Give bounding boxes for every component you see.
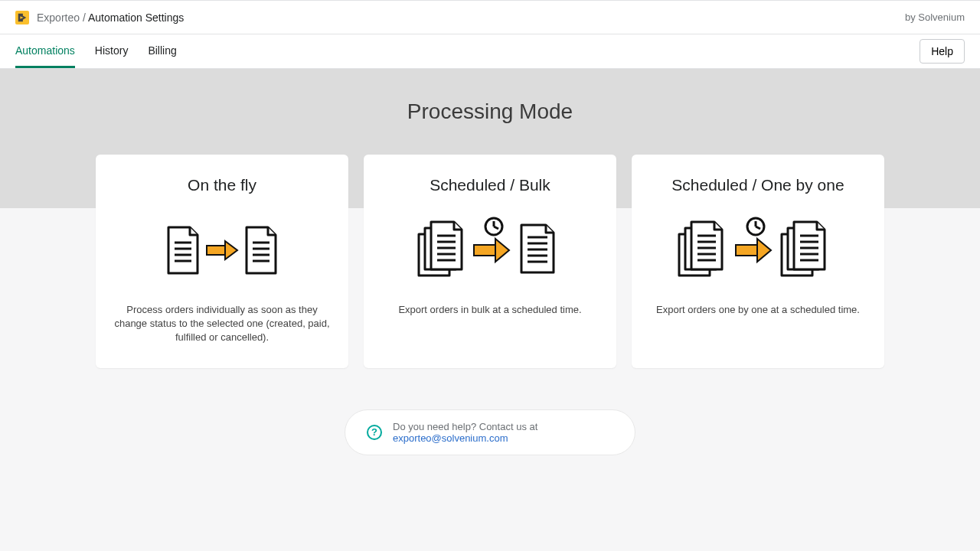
- svg-rect-4: [207, 246, 225, 255]
- help-button[interactable]: Help: [920, 39, 965, 64]
- card-title: Scheduled / Bulk: [381, 176, 599, 194]
- docs-clock-arrow-docs-icon: [648, 216, 867, 285]
- card-description: Export orders one by one at a scheduled …: [648, 303, 867, 317]
- help-pill: ? Do you need help? Contact us at export…: [345, 409, 635, 455]
- doc-arrow-doc-icon: [113, 216, 332, 285]
- tab-billing[interactable]: Billing: [148, 35, 176, 68]
- hero-title: Processing Mode: [0, 99, 980, 124]
- navbar: Automations History Billing Help: [0, 34, 980, 69]
- mode-cards: On the fly Process orders individually a…: [0, 155, 980, 368]
- card-scheduled-one-by-one[interactable]: Scheduled / One by one Export: [632, 155, 884, 368]
- tab-automations[interactable]: Automations: [15, 35, 75, 68]
- breadcrumb-text: Exporteo / Automation Settings: [37, 11, 184, 24]
- tab-history[interactable]: History: [95, 35, 129, 68]
- tabs: Automations History Billing: [15, 35, 177, 68]
- app-name[interactable]: Exporteo: [37, 11, 80, 24]
- page-title: Automation Settings: [88, 11, 184, 24]
- card-description: Process orders individually as soon as t…: [113, 303, 332, 345]
- help-text: Do you need help? Contact us at exporteo…: [393, 421, 613, 444]
- card-description: Export orders in bulk at a scheduled tim…: [381, 303, 599, 317]
- topbar: Exporteo / Automation Settings by Solven…: [0, 0, 980, 34]
- card-title: On the fly: [113, 176, 332, 194]
- help-circle-icon: ?: [367, 425, 382, 440]
- svg-rect-33: [736, 245, 757, 256]
- vendor-label: by Solvenium: [905, 11, 965, 23]
- card-scheduled-bulk[interactable]: Scheduled / Bulk Export orders in bulk a…: [364, 155, 616, 368]
- card-title: Scheduled / One by one: [648, 176, 867, 194]
- docs-clock-arrow-doc-icon: [381, 216, 599, 285]
- breadcrumb: Exporteo / Automation Settings: [15, 11, 184, 24]
- card-on-the-fly[interactable]: On the fly Process orders individually a…: [96, 155, 348, 368]
- app-logo-icon: [15, 11, 29, 24]
- help-email-link[interactable]: exporteo@solvenium.com: [393, 432, 508, 444]
- svg-rect-18: [474, 245, 495, 256]
